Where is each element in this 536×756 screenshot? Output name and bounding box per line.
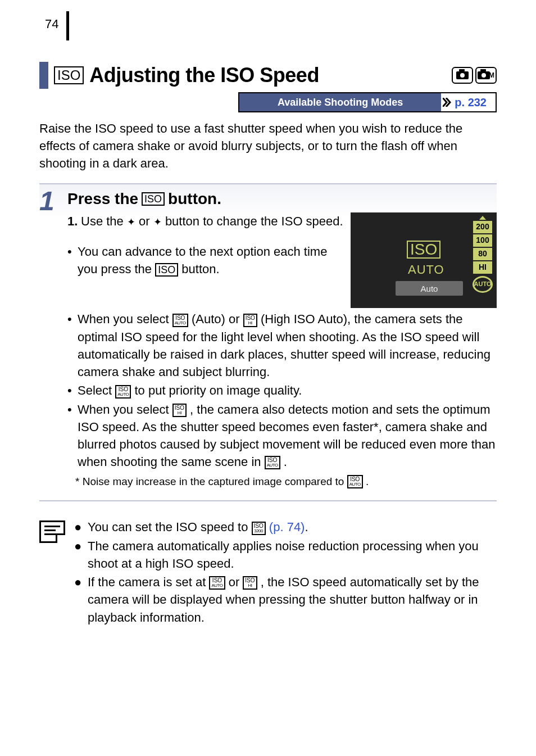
text: . (305, 520, 308, 534)
note-list: ● You can set the ISO speed to ISO3200 (… (74, 518, 497, 627)
section-title: Adjusting the ISO Speed (89, 64, 446, 87)
text: When you select (78, 402, 172, 417)
text: button. (181, 262, 219, 276)
step-title-post: button. (168, 190, 221, 208)
step-number: 1 (39, 184, 67, 489)
iso-button-icon: ISO (142, 192, 165, 206)
bullet: • (67, 310, 78, 381)
arrow-up-icon: ✦ (127, 215, 135, 230)
camera-lcd-screenshot: ISO AUTO Auto 200 100 80 HI AUTO (351, 212, 497, 308)
iso-auto-icon: ISOAUTO (115, 385, 131, 399)
text: (Auto) or (192, 312, 243, 326)
iso-button-icon: ISO (155, 263, 178, 277)
note-item: ● If the camera is set at ISOAUTO or ISO… (74, 573, 497, 626)
available-modes-page-ref[interactable]: p. 232 (455, 96, 496, 109)
available-modes-row: Available Shooting Modes p. 232 (39, 92, 497, 112)
note-item: ● You can set the ISO speed to ISO3200 (… (74, 518, 497, 536)
intro-paragraph: Raise the ISO speed to use a fast shutte… (39, 120, 497, 172)
available-modes-box: Available Shooting Modes p. 232 (238, 92, 497, 112)
text: . (366, 476, 369, 487)
iso-3200-icon: ISO3200 (252, 522, 266, 535)
ladder-item: 200 (473, 221, 492, 233)
ladder-item: HI (473, 261, 492, 274)
ladder-item: 100 (473, 234, 492, 247)
text: or (139, 214, 153, 228)
available-modes-label: Available Shooting Modes (239, 93, 441, 111)
text: * Noise may increase in the captured ima… (75, 476, 347, 487)
text: The camera automatically applies noise r… (88, 537, 497, 572)
page-link[interactable]: (p. 74) (269, 520, 305, 534)
step-body: Press the ISO button. 1. Use the ✦ or ✦ … (67, 184, 497, 489)
page-number: 74 (45, 17, 58, 31)
step-1: 1 Press the ISO button. 1. Use the ✦ or … (39, 183, 497, 501)
text: If the camera is set at (88, 575, 209, 589)
triangle-up-icon (479, 216, 486, 220)
ladder-item: 80 (473, 248, 492, 260)
bullet: • (67, 243, 78, 278)
text: to put priority on image quality. (134, 383, 302, 397)
text: button to change the ISO speed. (165, 214, 343, 228)
iso-auto-icon: ISOAUTO (347, 475, 363, 488)
iso-hi-icon: ISOHI (243, 576, 257, 590)
note-icon (39, 520, 65, 543)
text: Use the (81, 214, 127, 228)
camera-m-mode-icon: M (475, 67, 497, 84)
step-content: 1. Use the ✦ or ✦ button to change the I… (67, 212, 497, 489)
bullet-item: • You can advance to the next option eac… (67, 243, 345, 278)
bullet-item: • Select ISOAUTO to put priority on imag… (67, 382, 497, 399)
iso-hi-icon: ISOHI (243, 314, 257, 327)
camera-mode-icon (452, 67, 473, 84)
iso-hi-icon: ISOHI (172, 404, 187, 417)
page-header: 74 (39, 17, 497, 39)
item-number: 1. (67, 212, 81, 230)
step-title: Press the ISO button. (67, 190, 497, 208)
mode-icons: M (452, 67, 497, 84)
iso-badge-icon: ISO (54, 66, 84, 84)
iso-auto-icon: ISOAUTO (265, 456, 280, 469)
iso-auto-icon: ISOAUTO (172, 314, 188, 327)
lcd-auto-bar: Auto (396, 281, 463, 296)
section-title-bar: ISO Adjusting the ISO Speed M (39, 62, 497, 89)
step-title-pre: Press the (67, 190, 138, 208)
chevron-right-icon (441, 93, 455, 111)
text: When you select (78, 312, 172, 326)
bullet: • (67, 382, 78, 399)
arrow-down-icon: ✦ (153, 215, 162, 230)
text: . (284, 455, 287, 469)
text: or (229, 575, 243, 589)
note-block: ● You can set the ISO speed to ISO3200 (… (39, 518, 497, 627)
cut-mark (66, 11, 69, 40)
bullet: • (67, 401, 78, 471)
bullet: ● (74, 537, 88, 572)
bullet-item: • When you select ISOAUTO (Auto) or ISOH… (67, 310, 497, 381)
bullet-item: • When you select ISOHI , the camera als… (67, 401, 497, 471)
text: You can set the ISO speed to (88, 520, 252, 534)
numbered-item: 1. Use the ✦ or ✦ button to change the I… (67, 212, 345, 230)
lcd-iso-label: ISO (407, 241, 440, 259)
text: Select (78, 383, 115, 397)
title-accent (39, 62, 48, 89)
bullet: ● (74, 518, 88, 536)
note-item: ● The camera automatically applies noise… (74, 537, 497, 572)
ladder-selected: AUTO (473, 276, 493, 293)
lcd-iso-ladder: 200 100 80 HI AUTO (472, 216, 493, 293)
bullet: ● (74, 573, 88, 626)
lcd-auto-label: AUTO (408, 261, 444, 278)
footnote: * Noise may increase in the captured ima… (75, 474, 497, 490)
iso-auto-icon: ISOAUTO (209, 576, 225, 590)
